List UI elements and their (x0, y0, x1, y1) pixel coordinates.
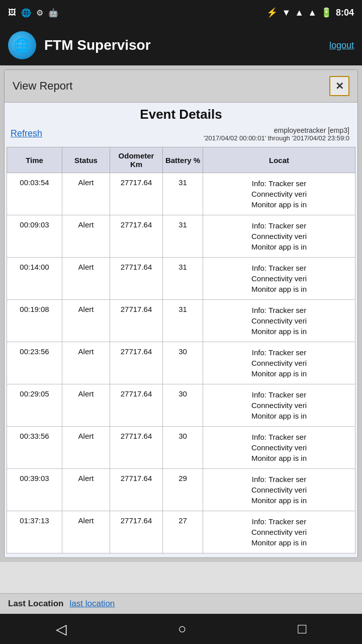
status-bar-left-icons: 🖼 🌐 ⚙ 🤖 (8, 8, 58, 18)
cell-location: Info: Tracker serConnectivity veriMonito… (203, 258, 355, 300)
col-header-status: Status (62, 147, 110, 173)
bottom-bar: Last Location last location (0, 593, 362, 614)
cell-time: 00:09:03 (7, 215, 62, 258)
app-title: FTM Supervisor (44, 37, 151, 53)
recents-button[interactable]: □ (286, 617, 318, 641)
cell-battery: 31 (163, 215, 203, 258)
report-title: Event Details (7, 107, 355, 122)
cell-status: Alert (62, 511, 110, 553)
cell-battery: 31 (163, 173, 203, 215)
cell-odometer: 27717.64 (110, 427, 163, 469)
table-row: 00:39:03 Alert 27717.64 29 Info: Tracker… (7, 469, 355, 511)
cell-status: Alert (62, 173, 110, 215)
table-row: 00:09:03 Alert 27717.64 31 Info: Tracker… (7, 215, 355, 258)
table-header-row: Time Status Odometer Km Battery % Locat (7, 147, 355, 173)
cell-time: 01:37:13 (7, 511, 62, 553)
last-location-label: Last Location (8, 599, 64, 609)
wifi-icon: ▼ (282, 8, 291, 18)
report-table: Time Status Odometer Km Battery % Locat … (7, 147, 355, 553)
cell-time: 00:23:56 (7, 342, 62, 384)
cell-time: 00:33:56 (7, 427, 62, 469)
cell-odometer: 27717.64 (110, 384, 163, 427)
col-header-location: Locat (203, 147, 355, 173)
cell-battery: 31 (163, 300, 203, 342)
nav-bar: ◁ ○ □ (0, 614, 362, 644)
cell-odometer: 27717.64 (110, 258, 163, 300)
globe-icon: 🌐 (21, 8, 31, 18)
last-location-link[interactable]: last location (70, 599, 115, 609)
cell-status: Alert (62, 342, 110, 384)
battery-icon: 🔋 (321, 7, 332, 18)
cell-status: Alert (62, 215, 110, 258)
cell-location: Info: Tracker serConnectivity veriMonito… (203, 469, 355, 511)
main-content: View Report ✕ Event Details Refresh empl… (0, 65, 362, 562)
cell-status: Alert (62, 258, 110, 300)
back-button[interactable]: ◁ (44, 617, 79, 641)
signal1-icon: ▲ (295, 8, 304, 18)
logout-button[interactable]: logout (329, 40, 354, 51)
cell-location: Info: Tracker serConnectivity veriMonito… (203, 511, 355, 553)
cell-odometer: 27717.64 (110, 511, 163, 553)
dialog-title: View Report (13, 79, 72, 93)
cell-status: Alert (62, 300, 110, 342)
report-employee: employeetracker [emp3] (204, 126, 353, 134)
image-icon: 🖼 (8, 8, 16, 17)
home-button[interactable]: ○ (166, 617, 199, 641)
cell-location: Info: Tracker serConnectivity veriMonito… (203, 300, 355, 342)
report-body: Event Details Refresh employeetracker [e… (5, 103, 357, 557)
status-bar-right-icons: ⚡ ▼ ▲ ▲ 🔋 8:04 (266, 7, 354, 18)
cell-odometer: 27717.64 (110, 173, 163, 215)
cell-odometer: 27717.64 (110, 215, 163, 258)
signal2-icon: ▲ (308, 8, 317, 18)
cell-odometer: 27717.64 (110, 342, 163, 384)
table-row: 00:14:00 Alert 27717.64 31 Info: Tracker… (7, 258, 355, 300)
settings-icon: ⚙ (36, 8, 43, 18)
cell-time: 00:03:54 (7, 173, 62, 215)
cell-status: Alert (62, 469, 110, 511)
cell-status: Alert (62, 427, 110, 469)
cell-time: 00:39:03 (7, 469, 62, 511)
col-header-battery: Battery % (163, 147, 203, 173)
cell-status: Alert (62, 384, 110, 427)
cell-battery: 27 (163, 511, 203, 553)
cell-battery: 30 (163, 384, 203, 427)
table-row: 01:37:13 Alert 27717.64 27 Info: Tracker… (7, 511, 355, 553)
col-header-time: Time (7, 147, 62, 173)
cell-location: Info: Tracker serConnectivity veriMonito… (203, 427, 355, 469)
table-row: 00:29:05 Alert 27717.64 30 Info: Tracker… (7, 384, 355, 427)
status-bar: 🖼 🌐 ⚙ 🤖 ⚡ ▼ ▲ ▲ 🔋 8:04 (0, 0, 362, 25)
clock: 8:04 (336, 8, 354, 18)
table-row: 00:33:56 Alert 27717.64 30 Info: Tracker… (7, 427, 355, 469)
cell-location: Info: Tracker serConnectivity veriMonito… (203, 342, 355, 384)
table-row: 00:03:54 Alert 27717.64 31 Info: Tracker… (7, 173, 355, 215)
cell-battery: 30 (163, 342, 203, 384)
dialog-header: View Report ✕ (5, 70, 357, 103)
cell-location: Info: Tracker serConnectivity veriMonito… (203, 215, 355, 258)
cell-battery: 29 (163, 469, 203, 511)
cell-location: Info: Tracker serConnectivity veriMonito… (203, 173, 355, 215)
cell-battery: 31 (163, 258, 203, 300)
cell-time: 00:14:00 (7, 258, 62, 300)
cell-odometer: 27717.64 (110, 469, 163, 511)
cell-time: 00:19:08 (7, 300, 62, 342)
refresh-link[interactable]: Refresh (11, 128, 42, 139)
table-row: 00:23:56 Alert 27717.64 30 Info: Tracker… (7, 342, 355, 384)
cell-time: 00:29:05 (7, 384, 62, 427)
cell-location: Info: Tracker serConnectivity veriMonito… (203, 384, 355, 427)
bluetooth-icon: ⚡ (266, 7, 278, 18)
cell-odometer: 27717.64 (110, 300, 163, 342)
android-icon: 🤖 (48, 8, 58, 18)
table-row: 00:19:08 Alert 27717.64 31 Info: Tracker… (7, 300, 355, 342)
dialog: View Report ✕ Event Details Refresh empl… (4, 69, 358, 558)
app-header: 🌐 FTM Supervisor logout (0, 25, 362, 65)
report-date-range: '2017/04/02 00:00:01' through '2017/04/0… (204, 134, 353, 142)
cell-battery: 30 (163, 427, 203, 469)
col-header-odometer: Odometer Km (110, 147, 163, 173)
app-logo: 🌐 (8, 31, 36, 59)
close-button[interactable]: ✕ (329, 76, 349, 96)
